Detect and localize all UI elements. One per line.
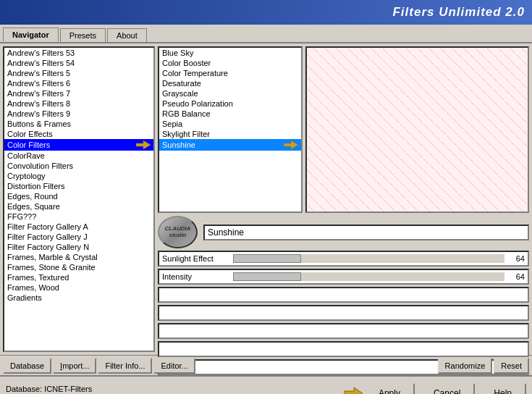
sub-list-item[interactable]: Color Temperature [159,68,301,78]
sub-list-item[interactable]: RGB Balance [159,109,301,119]
apply-arrow-icon [344,386,363,394]
slider-rows: Sunlight Effect64Intensity64 [158,251,529,375]
status-bar: Database: ICNET-Filters Filters: 2058 Ap… [0,375,532,394]
status-info: Database: ICNET-Filters Filters: 2058 [6,385,361,394]
list-item[interactable]: Andrew's Filters 9 [4,109,153,119]
slider-row: Intensity64 [158,269,529,285]
list-item[interactable]: Frames, Textured [4,272,153,282]
slider-value: 64 [506,254,528,263]
list-item[interactable]: Andrew's Filters 53 [4,48,153,58]
sub-list-item[interactable]: Pseudo Polarization [159,98,301,109]
list-item[interactable]: Andrew's Filters 8 [4,98,153,109]
list-item[interactable]: Frames, Stone & Granite [4,262,153,272]
apply-button[interactable]: Apply [364,383,415,394]
apply-wrapper: Apply [364,383,415,394]
empty-slider-row [158,341,529,357]
list-item[interactable]: Filter Factory Gallery A [4,222,153,232]
list-item[interactable]: Buttons & Frames [4,119,153,129]
filter-list-container[interactable]: Blue SkyColor BoosterColor TemperatureDe… [158,46,303,213]
title-bar: Filters Unlimited 2.0 [0,0,532,25]
list-item[interactable]: Frames, Marble & Crystal [4,252,153,262]
action-buttons: Apply Cancel Help [364,383,526,394]
preview-checkerboard [307,48,528,211]
list-item[interactable]: Edges, Round [4,191,153,201]
arrow-icon [284,140,298,150]
list-item[interactable]: Distortion Filters [4,181,153,191]
svg-marker-0 [136,141,151,149]
filter-icon: CLAUDIA studio [158,216,198,248]
filter-name-row: CLAUDIA studio Sunshine [158,216,529,248]
cancel-button[interactable]: Cancel [419,383,475,394]
randomize-button[interactable]: Randomize [438,358,493,374]
list-item[interactable]: Filter Factory Gallery N [4,242,153,252]
sub-list-item[interactable]: Desaturate [159,78,301,88]
controls-area: CLAUDIA studio Sunshine Sunlight Effect6… [158,216,529,375]
slider-label: Intensity [159,272,232,281]
list-item[interactable]: Gradients [4,293,153,303]
slider-fill [233,272,301,281]
app-title: Filters Unlimited 2.0 [392,5,525,20]
empty-slider-row [158,305,529,321]
svg-marker-1 [284,141,298,149]
reset-button[interactable]: Reset [494,358,529,374]
tab-presets[interactable]: Presets [60,28,106,42]
list-item[interactable]: Cryptology [4,171,153,181]
tab-navigator[interactable]: Navigator [3,28,59,42]
sub-list-item[interactable]: Sunshine [159,139,301,151]
filter-info-button[interactable]: Filter Info... [98,358,152,374]
sub-list-item[interactable]: Grayscale [159,88,301,98]
status-database: Database: ICNET-Filters [6,385,361,393]
sub-list-item[interactable]: Sepia [159,119,301,129]
slider-track[interactable] [233,272,504,281]
tabs-bar: Navigator Presets About [0,25,532,43]
right-section: Blue SkyColor BoosterColor TemperatureDe… [158,46,529,352]
list-item[interactable]: FFG??? [4,211,153,222]
database-button[interactable]: Database [3,358,51,374]
arrow-icon [136,140,151,150]
svg-marker-2 [344,387,363,394]
top-right: Blue SkyColor BoosterColor TemperatureDe… [158,46,529,213]
slider-fill [233,254,301,263]
list-item[interactable]: Andrew's Filters 7 [4,88,153,98]
list-item[interactable]: Edges, Square [4,201,153,211]
tab-about[interactable]: About [107,28,147,42]
sub-list-item[interactable]: Skylight Filter [159,129,301,139]
help-button[interactable]: Help [479,383,526,394]
editor-button[interactable]: Editor... [153,358,195,374]
list-item[interactable]: Andrew's Filters 6 [4,78,153,88]
slider-value: 64 [506,272,528,281]
slider-row: Sunlight Effect64 [158,251,529,267]
import-button[interactable]: Import... [53,358,96,374]
list-item[interactable]: Color Filters [4,139,153,151]
category-list-scroll[interactable]: Andrew's Filters 53Andrew's Filters 54An… [4,48,153,351]
empty-slider-row [158,323,529,339]
filter-name-box: Sunshine [203,225,529,240]
sub-list-item[interactable]: Blue Sky [159,48,301,58]
slider-track[interactable] [233,254,504,263]
list-item[interactable]: Frames, Wood [4,282,153,293]
left-panel: Andrew's Filters 53Andrew's Filters 54An… [3,46,155,352]
main-content: Andrew's Filters 53Andrew's Filters 54An… [0,43,532,355]
filter-name-label: Sunshine [208,227,244,238]
list-item[interactable]: Andrew's Filters 54 [4,58,153,68]
empty-slider-row [158,287,529,303]
list-item[interactable]: Filter Factory Gallery J [4,232,153,242]
slider-label: Sunlight Effect [159,254,232,263]
list-item[interactable]: Convolution Filters [4,161,153,171]
sub-list-item[interactable]: Color Booster [159,58,301,68]
preview-area [305,46,529,213]
list-item[interactable]: ColorRave [4,151,153,161]
list-item[interactable]: Andrew's Filters 5 [4,68,153,78]
category-list-container: Andrew's Filters 53Andrew's Filters 54An… [3,46,155,352]
list-item[interactable]: Color Effects [4,129,153,139]
